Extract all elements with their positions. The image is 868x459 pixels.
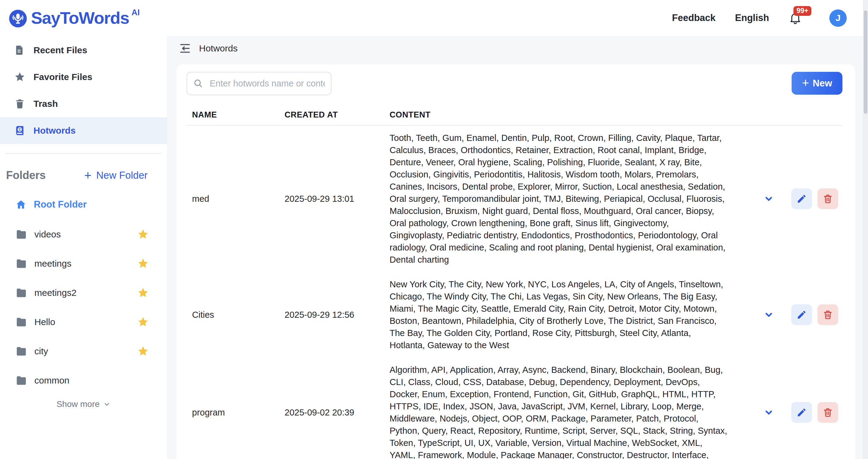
sidebar-divider [5,153,162,154]
sidebar-item-label: Favorite Files [33,72,92,82]
hotword-created-at: 2025-09-29 12:56 [285,310,390,320]
table-row: program 2025-09-02 20:39 Algorithm, API,… [187,358,842,459]
hotword-content: Algorithm, API, Application, Array, Asyn… [390,364,752,459]
folder-item-meetings[interactable]: meetings [0,249,167,278]
folder-name: meetings [34,258,71,269]
column-header-name: NAME [192,110,285,120]
new-folder-label: New Folder [96,170,148,181]
favorite-star-icon[interactable] [137,345,149,357]
hotword-name: program [192,407,285,418]
avatar[interactable]: J [829,9,847,27]
edit-button[interactable] [791,304,812,325]
delete-button[interactable] [817,188,838,209]
root-folder-label: Root Folder [34,199,87,210]
sidebar-item-label: Recent Files [33,45,87,55]
show-more-label: Show more [57,399,100,409]
microphone-logo-icon [9,10,27,27]
folder-item-videos[interactable]: videos [0,220,167,249]
root-folder-item[interactable]: Root Folder [0,195,167,214]
edit-button[interactable] [791,188,812,209]
breadcrumb: Hotwords [178,39,238,58]
sidebar-item-favorite-files[interactable]: Favorite Files [0,64,167,90]
folders-section-title: Folders [6,169,45,182]
notifications-button[interactable]: 99+ [788,11,802,25]
language-selector[interactable]: English [735,12,769,24]
collapse-panel-icon [179,42,191,55]
search-box [187,72,332,95]
folder-name: common [34,375,69,386]
edit-button[interactable] [791,402,812,423]
expand-row-button[interactable] [762,405,776,420]
folder-name: videos [34,229,61,240]
sidebar-item-trash[interactable]: Trash [0,90,167,117]
new-hotword-button[interactable]: + New [792,72,842,95]
hotword-created-at: 2025-09-02 20:39 [285,407,390,418]
sidebar-item-label: Hotwords [33,125,75,136]
pencil-icon [797,310,807,320]
show-more-button[interactable]: Show more [0,399,167,409]
notification-count-badge: 99+ [794,6,811,16]
main-content: Hotwords + New NAME CREATED AT CONTENT m… [167,36,868,459]
column-header-content: CONTENT [390,110,752,120]
chevron-down-icon [763,193,774,204]
app-logo[interactable]: SayToWords AI [9,7,140,29]
table-row: med 2025-09-29 13:01 Tooth, Teeth, Gum, … [187,126,842,272]
avatar-initial: J [835,13,841,23]
hotword-name: med [192,194,285,204]
table-row: Cities 2025-09-29 12:56 New York City, T… [187,272,842,358]
trash-icon [823,407,833,418]
hotword-name: Cities [192,310,285,320]
collapse-sidebar-button[interactable] [178,42,192,55]
favorite-star-icon[interactable] [137,258,149,269]
folder-item-hello[interactable]: Hello [0,307,167,337]
folder-item-common[interactable]: common [0,366,167,395]
folder-name: Hello [34,317,55,327]
folder-icon [16,347,27,356]
trash-icon [823,193,833,204]
hotword-content: New York City, The City, New York, NYC, … [390,278,752,351]
delete-button[interactable] [817,402,838,423]
favorite-star-icon[interactable] [137,316,149,328]
logo-text: SayToWords [31,7,129,29]
expand-row-button[interactable] [762,191,776,206]
new-button-label: New [813,78,832,89]
folder-icon [16,230,27,239]
folder-name: city [34,346,48,357]
search-input[interactable] [187,72,332,95]
chevron-down-icon [763,407,774,418]
top-bar: SayToWords AI Feedback English 99+ J [0,0,868,36]
trash-icon [14,98,25,109]
folder-icon [16,376,27,385]
trash-icon [823,310,833,320]
vertical-scrollbar[interactable] [863,0,868,459]
page-title: Hotwords [199,43,238,54]
hotword-created-at: 2025-09-29 13:01 [285,194,390,204]
feedback-link[interactable]: Feedback [672,12,715,24]
folder-item-city[interactable]: city [0,337,167,366]
folder-icon [16,288,27,297]
star-icon [14,71,25,83]
folder-item-meetings2[interactable]: meetings2 [0,278,167,307]
sidebar-item-label: Trash [33,99,58,109]
favorite-star-icon[interactable] [137,287,149,299]
logo-ai-superscript: AI [131,8,140,17]
folder-name: meetings2 [34,288,76,298]
hotwords-panel: + New NAME CREATED AT CONTENT med 2025-0… [177,64,855,459]
sidebar-item-recent-files[interactable]: Recent Files [0,37,167,64]
expand-row-button[interactable] [762,307,776,322]
folder-icon [16,259,27,268]
chevron-down-icon [103,401,111,408]
delete-button[interactable] [817,304,838,325]
favorite-star-icon[interactable] [137,228,149,240]
plus-icon: + [802,77,809,90]
search-icon [193,79,203,89]
book-globe-icon [14,125,25,136]
pencil-icon [797,193,807,204]
sidebar: Recent Files Favorite Files Trash Hotw [0,36,167,459]
chevron-down-icon [763,309,774,320]
new-folder-button[interactable]: + New Folder [84,169,148,181]
scrollbar-thumb[interactable] [864,10,867,114]
column-header-created-at: CREATED AT [285,110,390,120]
sidebar-item-hotwords[interactable]: Hotwords [0,117,167,144]
pencil-icon [797,407,807,418]
